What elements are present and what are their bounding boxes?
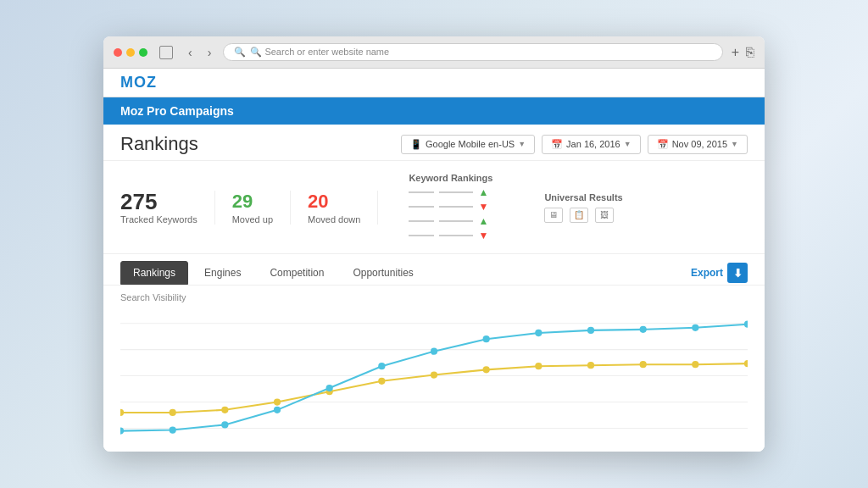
svg-point-15	[640, 361, 647, 368]
moved-up-block: 29 Moved up	[232, 191, 291, 225]
tab-engines[interactable]: Engines	[192, 261, 253, 285]
svg-point-28	[640, 326, 647, 333]
stats-row: 275 Tracked Keywords 29 Moved up 20 Move…	[103, 161, 765, 254]
minimize-dot[interactable]	[126, 48, 135, 57]
caret-icon-2: ▼	[624, 140, 632, 148]
rankings-header: Rankings 📱 Google Mobile en-US ▼ 📅 Jan 1…	[103, 125, 765, 161]
down-arrow-1: ▼	[478, 201, 488, 213]
kr-row-2: ▼	[409, 201, 517, 213]
svg-point-24	[431, 348, 437, 355]
maximize-dot[interactable]	[139, 48, 147, 57]
main-content: Rankings 📱 Google Mobile en-US ▼ 📅 Jan 1…	[103, 125, 765, 452]
filter-controls: 📱 Google Mobile en-US ▼ 📅 Jan 16, 2016 ▼…	[401, 135, 748, 154]
svg-point-17	[744, 360, 748, 367]
svg-point-7	[221, 407, 228, 413]
export-icon: ⬇	[727, 263, 748, 283]
tab-opportunities[interactable]: Opportunities	[340, 261, 426, 285]
chart-section: Search Visibility	[103, 286, 765, 452]
moved-down-block: 20 Moved down	[308, 191, 378, 225]
kr-line-4	[439, 206, 473, 208]
svg-point-5	[120, 409, 124, 416]
app-content: MOZ Moz Pro Campaigns Rankings 📱 Google …	[103, 69, 765, 452]
forward-button[interactable]: ›	[204, 44, 215, 61]
moved-up-label: Moved up	[232, 214, 273, 225]
kr-line-6	[439, 220, 473, 222]
svg-point-14	[587, 362, 594, 369]
browser-actions: + ⎘	[732, 45, 754, 60]
ur-icon-2: 📋	[570, 208, 588, 223]
device-filter-button[interactable]: 📱 Google Mobile en-US ▼	[401, 135, 535, 154]
mobile-icon: 📱	[410, 139, 422, 150]
chart-svg	[120, 306, 748, 441]
svg-point-29	[692, 324, 698, 331]
keyword-rankings-title: Keyword Rankings	[409, 173, 517, 183]
universal-results-panel: Universal Results 🖥 📋 🖼	[531, 187, 636, 228]
svg-point-27	[587, 327, 594, 334]
page-title: Rankings	[120, 133, 198, 155]
moz-logo: MOZ	[120, 74, 748, 92]
svg-point-30	[744, 321, 748, 328]
svg-point-12	[483, 366, 490, 373]
moved-up-count: 29	[232, 191, 273, 213]
date2-filter-button[interactable]: 📅 Nov 09, 2015 ▼	[648, 135, 748, 154]
keyword-rankings-panel: Keyword Rankings ▲ ▼	[395, 168, 531, 247]
browser-dots	[114, 48, 147, 57]
svg-point-25	[483, 336, 490, 342]
svg-point-21	[274, 407, 281, 413]
tracked-count: 275	[120, 191, 198, 213]
chart-title: Search Visibility	[120, 292, 748, 302]
down-arrow-2: ▼	[478, 230, 488, 241]
campaign-title: Moz Pro Campaigns	[120, 104, 234, 118]
kr-row-1: ▲	[409, 186, 517, 198]
svg-point-10	[378, 378, 385, 385]
tracked-label: Tracked Keywords	[120, 214, 198, 225]
campaign-bar: Moz Pro Campaigns	[103, 97, 765, 125]
kr-line-7	[409, 235, 434, 236]
keyword-rows: ▲ ▼ ▲	[409, 186, 517, 241]
kr-line-3	[409, 206, 434, 208]
calendar-icon-2: 📅	[657, 139, 669, 150]
svg-point-13	[535, 363, 542, 369]
caret-icon-3: ▼	[731, 140, 738, 148]
search-icon: 🔍	[234, 47, 246, 58]
moved-down-label: Moved down	[308, 214, 360, 225]
kr-line-5	[409, 220, 434, 222]
browser-window: ‹ › 🔍 🔍 Search or enter website name + ⎘…	[103, 36, 765, 452]
kr-line-8	[439, 235, 473, 236]
tab-rankings[interactable]: Rankings	[120, 261, 188, 285]
back-button[interactable]: ‹	[185, 44, 196, 61]
universal-results-title: Universal Results	[544, 192, 622, 202]
tab-competition[interactable]: Competition	[257, 261, 337, 285]
svg-point-16	[692, 361, 698, 368]
universal-results-icons: 🖥 📋 🖼	[544, 208, 622, 223]
tabs-container: Rankings Engines Competition Opportuniti…	[120, 261, 426, 285]
export-label: Export	[691, 267, 723, 279]
svg-point-22	[326, 385, 333, 391]
svg-point-20	[221, 421, 228, 428]
close-dot[interactable]	[114, 48, 122, 57]
caret-icon: ▼	[518, 140, 526, 148]
browser-chrome: ‹ › 🔍 🔍 Search or enter website name + ⎘	[103, 36, 765, 69]
kr-row-4: ▼	[409, 230, 517, 241]
svg-point-8	[274, 398, 281, 405]
up-arrow-1: ▲	[478, 186, 488, 198]
app-header: MOZ	[103, 69, 765, 97]
svg-point-11	[431, 371, 437, 378]
export-button[interactable]: Export ⬇	[691, 263, 748, 283]
chart-container	[120, 306, 748, 441]
svg-point-23	[378, 363, 385, 369]
kr-line-1	[409, 191, 434, 193]
calendar-icon: 📅	[551, 139, 563, 150]
svg-point-6	[170, 409, 176, 416]
new-tab-button[interactable]: +	[732, 45, 739, 60]
copy-button[interactable]: ⎘	[746, 45, 754, 60]
kr-line-2	[439, 191, 473, 193]
window-icon	[159, 46, 173, 59]
tabs-row: Rankings Engines Competition Opportuniti…	[103, 254, 765, 286]
ur-icon-3: 🖼	[595, 208, 614, 223]
address-bar[interactable]: 🔍 🔍 Search or enter website name	[223, 43, 722, 61]
moved-down-count: 20	[308, 191, 360, 213]
tracked-keywords-block: 275 Tracked Keywords	[120, 191, 215, 225]
kr-row-3: ▲	[409, 215, 517, 227]
date1-filter-button[interactable]: 📅 Jan 16, 2016 ▼	[542, 135, 641, 154]
